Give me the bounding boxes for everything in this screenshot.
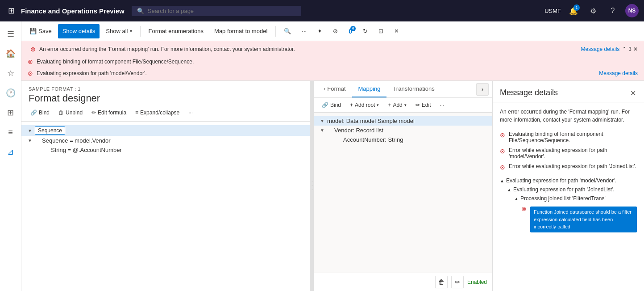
message-details-link-0[interactable]: Message details xyxy=(581,46,620,52)
error-area: ⊗ An error occurred during the 'Format m… xyxy=(21,41,644,81)
mapping-node-model[interactable]: ▼ model: Data model Sample model xyxy=(314,116,492,126)
expand-icon: ≡ xyxy=(135,110,138,116)
main-content: 💾 Save Show details Show all ▾ Format en… xyxy=(21,21,644,291)
mapping-tree: ▼ model: Data model Sample model ▼ Vendo… xyxy=(314,113,492,273)
tab-mapping[interactable]: Mapping xyxy=(352,81,387,97)
more-options-button[interactable]: ··· xyxy=(297,24,311,38)
avatar[interactable]: NS xyxy=(625,4,639,17)
message-panel-close-button[interactable]: ✕ xyxy=(629,88,637,98)
msg-error-icon-2: ⊗ xyxy=(500,164,505,171)
format-toolbar: 🔗 Bind 🗑 Unbind ✏ Edit formula ≡ Expand/… xyxy=(21,104,310,122)
edit-button[interactable]: ✏ Edit xyxy=(412,101,435,110)
refresh-button[interactable]: ↻ xyxy=(358,24,372,38)
expand-joinedlist-icon: ▲ xyxy=(507,187,511,192)
sidebar-item-modules[interactable]: ≡ xyxy=(2,123,20,141)
add-root-button[interactable]: + Add root ▾ xyxy=(346,101,382,110)
expand-vendor-label: Evaluating expression for path 'model/Ve… xyxy=(506,177,616,184)
mapping-nav-btn[interactable]: › xyxy=(476,83,489,96)
tree-node-sequence-vendor[interactable]: ▼ Sequence = model.Vendor xyxy=(21,136,310,145)
mapping-link-icon: 🔗 xyxy=(322,102,328,108)
resize-handle[interactable]: · · · xyxy=(310,81,314,291)
search-icon: 🔍 xyxy=(137,8,144,14)
mapping-node-vendor[interactable]: ▼ Vendor: Record list xyxy=(314,126,492,135)
close-designer-button[interactable]: ✕ xyxy=(390,24,403,38)
app-layout: ☰ 🏠 ☆ 🕐 ⊞ ≡ ⊿ 💾 Save Show details Show a… xyxy=(0,21,644,291)
close-error-icon[interactable]: ✕ xyxy=(633,46,638,52)
grid-menu-icon[interactable]: ⊞ xyxy=(5,3,17,18)
msg-expand-vendor[interactable]: ▲ Evaluating expression for path 'model/… xyxy=(500,176,637,185)
toggle-icon-sequence[interactable]: ▼ xyxy=(27,127,33,134)
expand-vendor-icon: ▲ xyxy=(500,178,504,183)
open-new-button[interactable]: ⊡ xyxy=(374,24,388,38)
error-row-1: ⊗ Evaluating binding of format component… xyxy=(25,56,640,67)
action-toolbar: 💾 Save Show details Show all ▾ Format en… xyxy=(21,21,644,41)
show-all-button[interactable]: Show all ▾ xyxy=(101,24,136,38)
more-mapping-button[interactable]: ··· xyxy=(436,101,448,110)
msg-error-icon-1: ⊗ xyxy=(500,148,505,155)
tree-node-string-account[interactable]: String = @.AccountNumber xyxy=(21,145,310,155)
search-button[interactable]: 🔍 xyxy=(279,24,295,38)
more-format-button[interactable]: ··· xyxy=(185,108,196,118)
mapping-node-account[interactable]: AccountNumber: String xyxy=(314,135,492,144)
delete-mapping-button[interactable]: 🗑 xyxy=(435,276,448,288)
sidebar-item-filter[interactable]: ⊿ xyxy=(2,143,20,161)
compare-button[interactable]: ⊘ xyxy=(328,24,342,38)
sidebar-item-favorites[interactable]: ☆ xyxy=(2,64,20,82)
toggle-vendor[interactable]: ▼ xyxy=(319,127,325,134)
tab-format[interactable]: ‹ Format xyxy=(317,81,352,97)
top-bar-right: USMF 🔔 1 ⚙ ? NS xyxy=(544,4,639,18)
panel-title: Format designer xyxy=(29,93,303,104)
sidebar-item-workspaces[interactable]: ⊞ xyxy=(2,104,20,122)
formula-icon: ✏ xyxy=(91,110,96,116)
format-enumerations-button[interactable]: Format enumerations xyxy=(144,24,208,38)
sidebar-item-recent[interactable]: 🕐 xyxy=(2,84,20,102)
unbind-button[interactable]: 🗑 Unbind xyxy=(55,108,86,118)
design-button[interactable]: ✦ xyxy=(313,24,327,38)
show-details-button[interactable]: Show details xyxy=(58,24,100,38)
tree-node-sequence[interactable]: ▼ Sequence xyxy=(21,125,310,136)
string-account-label: String = @.AccountNumber xyxy=(51,147,122,153)
add-button[interactable]: + Add ▾ xyxy=(384,101,410,110)
error-collapse[interactable]: ⌃ 3 ✕ xyxy=(622,46,638,52)
map-format-button[interactable]: Map format to model xyxy=(210,24,272,38)
help-icon[interactable]: ? xyxy=(606,4,620,18)
toggle-model[interactable]: ▼ xyxy=(319,118,325,124)
msg-error-icon-0: ⊗ xyxy=(500,131,505,139)
msg-highlight-icon-row: ⊗ Function Joined datasource should be a… xyxy=(521,203,637,234)
sidebar-item-menu[interactable]: ☰ xyxy=(2,25,20,43)
notification-badge: 1 xyxy=(573,4,580,11)
error-icon-1: ⊗ xyxy=(28,58,33,65)
top-bar: ⊞ Finance and Operations Preview 🔍 USMF … xyxy=(0,0,644,21)
error-text-0: An error occurred during the 'Format map… xyxy=(39,46,578,52)
status-text: Enabled xyxy=(467,279,487,285)
msg-expand-filteredtrans[interactable]: ▲ Processing joined list 'FilteredTrans' xyxy=(514,194,637,203)
expand-collapse-button[interactable]: ≡ Expand/collapse xyxy=(132,108,183,118)
save-button[interactable]: 💾 Save xyxy=(25,24,56,38)
message-details-link-2[interactable]: Message details xyxy=(599,70,638,76)
add-icon: + xyxy=(388,102,391,108)
settings-icon[interactable]: ⚙ xyxy=(586,4,600,18)
add-root-chevron-icon: ▾ xyxy=(377,103,379,107)
error-text-1: Evaluating binding of format component F… xyxy=(37,59,638,65)
error-row-0: ⊗ An error occurred during the 'Format m… xyxy=(28,44,622,55)
sidebar-item-home[interactable]: 🏠 xyxy=(2,45,20,63)
msg-expand-joinedlist[interactable]: ▲ Evaluating expression for path 'Joined… xyxy=(507,185,637,194)
show-all-chevron-icon: ▾ xyxy=(130,29,132,34)
toolbar-badge: 0 xyxy=(350,26,356,31)
message-panel: Message details ✕ An error occurred duri… xyxy=(492,81,644,291)
toggle-icon-vendor[interactable]: ▼ xyxy=(27,138,33,144)
badge-btn[interactable]: 0 0 xyxy=(344,25,357,38)
notification-bell[interactable]: 🔔 1 xyxy=(566,4,581,18)
msg-error-2: ⊗ Error while evaluating expression for … xyxy=(500,161,637,173)
search-input[interactable] xyxy=(148,8,296,14)
bind-button[interactable]: 🔗 Bind xyxy=(27,108,53,118)
panel-header: SAMPLE FORMAT : 1 Format designer xyxy=(21,81,310,104)
mapping-bind-button[interactable]: 🔗 Bind xyxy=(318,101,345,110)
search-box: 🔍 xyxy=(132,6,301,16)
error-row-2: ⊗ Evaluating expression for path 'model/… xyxy=(25,68,640,79)
tab-transformations[interactable]: Transformations xyxy=(386,81,440,97)
msg-error-text-1: Error while evaluating expression for pa… xyxy=(509,147,637,160)
error-text-2: Evaluating expression for path 'model/Ve… xyxy=(37,70,595,76)
edit-formula-button[interactable]: ✏ Edit formula xyxy=(88,108,130,118)
edit-mapping-button[interactable]: ✏ xyxy=(451,276,464,288)
